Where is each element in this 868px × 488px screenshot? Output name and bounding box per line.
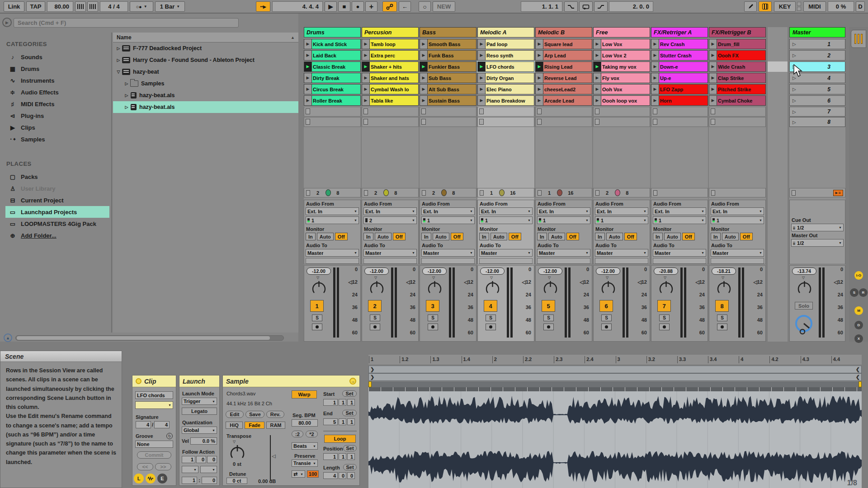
session-overview-tab[interactable] (851, 30, 866, 48)
loop-brace-upper[interactable]: ❯ ❮ (368, 366, 862, 373)
clip-stop-button[interactable] (653, 108, 657, 114)
double-bpm-button[interactable]: *2 (306, 431, 318, 437)
clip-slot[interactable]: ▶Sustain Bass (420, 95, 476, 106)
monitor-auto-button[interactable]: Auto (548, 233, 565, 240)
track-header[interactable]: Free (593, 27, 650, 38)
audio-from-select[interactable]: Ext. In▼ (306, 207, 359, 215)
clip-stop-button[interactable] (537, 108, 542, 114)
monitor-off-button[interactable]: Off (682, 233, 695, 240)
clip-launch-button[interactable]: ▶ (478, 96, 486, 105)
link-button[interactable]: Link (4, 1, 24, 12)
monitor-off-button[interactable]: Off (451, 233, 463, 240)
monitor-off-button[interactable]: Off (566, 233, 579, 240)
warp-button[interactable]: Warp (292, 390, 317, 399)
audio-to-select[interactable]: Master▼ (306, 249, 359, 257)
clip-slot[interactable]: ▶Down-e (651, 61, 708, 72)
clip-slot[interactable]: ▶Sub Bass (420, 73, 476, 83)
clip-launch-button[interactable]: ▶ (709, 96, 717, 105)
clip-gain-slider[interactable] (270, 435, 271, 480)
audio-from-select[interactable]: Ext. In▼ (479, 207, 533, 215)
track-header[interactable]: Bass (420, 27, 476, 38)
clip-slot[interactable]: ▶Low Vox (593, 39, 650, 49)
monitor-auto-button[interactable]: Auto (722, 233, 739, 240)
pan-knob[interactable] (657, 279, 675, 297)
clip-stop-button[interactable] (479, 108, 484, 114)
search-input[interactable] (14, 19, 238, 27)
input-channel-select[interactable]: 1▼ (306, 216, 359, 224)
track-header[interactable]: Melodic B (535, 27, 592, 38)
length-fields-value[interactable]: 0 (347, 472, 355, 479)
clip-launch-button[interactable]: ▶ (651, 62, 659, 71)
clip-launch-button[interactable]: ▶ (709, 84, 717, 94)
track-stop-all-icon[interactable] (422, 190, 426, 196)
empty-clip-slot[interactable] (304, 107, 361, 117)
clip-launch-button[interactable]: ▶ (478, 39, 486, 49)
clip-launch-button[interactable]: ▶ (362, 84, 370, 94)
follow-chance-a[interactable]: 1 (182, 477, 197, 484)
clip-slot[interactable]: ▶Laid Back (304, 50, 361, 61)
clip-stop-button[interactable] (711, 108, 715, 114)
monitor-in-button[interactable]: In (306, 233, 316, 240)
position-fields-value[interactable]: 1 (323, 453, 338, 460)
position-fields-value[interactable]: 1 (347, 453, 355, 460)
follow-chance-b[interactable]: 0 (202, 477, 217, 484)
audio-from-select[interactable]: Ext. In▼ (363, 207, 417, 215)
clip-slot[interactable]: ▶Circus Break (304, 84, 361, 94)
clip-slot[interactable]: ▶Kick and Stick (304, 39, 361, 49)
track-stop-all-icon[interactable] (538, 190, 542, 196)
input-channel-select[interactable]: 1▼ (711, 216, 764, 224)
input-channel-select[interactable]: 1▼ (479, 216, 533, 224)
clip-launch-button[interactable]: ▶ (304, 73, 312, 83)
audio-to-select[interactable]: Master▼ (479, 249, 533, 257)
loop-start-marker[interactable] (368, 381, 372, 387)
clip-launch-button[interactable]: ▶ (536, 51, 543, 60)
clip-stop-button[interactable] (653, 119, 657, 125)
scene-launch-row[interactable]: ▷1 (789, 39, 845, 49)
detune-field[interactable]: 0 ct (226, 478, 247, 484)
clip-launch-button[interactable]: ▶ (709, 73, 717, 83)
track-activator-button[interactable]: 1 (310, 300, 324, 312)
show-track-delay-button[interactable]: D (854, 321, 863, 329)
arm-button[interactable] (659, 324, 670, 330)
tap-tempo-button[interactable]: TAP (26, 1, 45, 12)
end-fields-value[interactable]: 1 (339, 418, 346, 425)
stop-all-clips-button[interactable] (792, 190, 796, 196)
clip-launch-button[interactable]: ▶ (536, 39, 543, 49)
empty-clip-slot[interactable] (535, 107, 592, 117)
clip-slot[interactable]: ▶Low Vox 2 (593, 50, 650, 61)
input-channel-select[interactable]: 1▼ (421, 216, 475, 224)
empty-clip-slot[interactable] (477, 117, 534, 127)
gain-slider-handle[interactable]: ◁ (272, 453, 275, 459)
loop-end-handle[interactable]: ❮ (856, 366, 860, 373)
volume-value[interactable]: -12.00 (538, 267, 562, 275)
audio-from-select[interactable]: Ext. In▼ (653, 207, 706, 215)
clip-launch-button[interactable]: ▶ (536, 96, 543, 105)
track-activator-button[interactable]: 5 (542, 300, 555, 312)
clip-launch-button[interactable]: ▶ (709, 39, 717, 49)
clip-stop-button[interactable] (306, 119, 310, 125)
clip-quantization-select[interactable]: Global (182, 427, 217, 434)
solo-button[interactable]: S (659, 314, 670, 321)
reverse-button[interactable]: Rev. (266, 411, 284, 418)
launch-mode-select[interactable]: Trigger (182, 398, 217, 405)
clip-activate-icon[interactable] (136, 378, 142, 384)
empty-clip-slot[interactable] (709, 107, 766, 117)
clip-slot[interactable]: ▶Roller Break (304, 95, 361, 106)
audio-from-select[interactable]: Ext. In▼ (595, 207, 648, 215)
scene-launch-row[interactable]: ▷6 (789, 95, 845, 106)
pan-knob[interactable] (368, 279, 385, 297)
draw-mode-button[interactable] (744, 1, 757, 12)
end-fields-value[interactable]: 1 (347, 418, 355, 425)
arm-button[interactable] (601, 324, 612, 330)
time-signature-field[interactable]: 4 / 4 (100, 1, 128, 12)
new-button[interactable]: NEW (433, 1, 455, 12)
length-fields-value[interactable]: 4 (323, 472, 338, 479)
clip-slot[interactable]: ▶Funkier Bass (420, 61, 476, 72)
empty-clip-slot[interactable] (420, 117, 476, 127)
clip-stop-button[interactable] (363, 108, 368, 114)
audio-from-select[interactable]: Ext. In▼ (537, 207, 590, 215)
monitor-auto-button[interactable]: Auto (433, 233, 449, 240)
hiq-button[interactable]: HiQ (226, 422, 243, 429)
midi-map-button[interactable]: MIDI (803, 1, 826, 12)
solo-button[interactable]: S (428, 314, 438, 321)
